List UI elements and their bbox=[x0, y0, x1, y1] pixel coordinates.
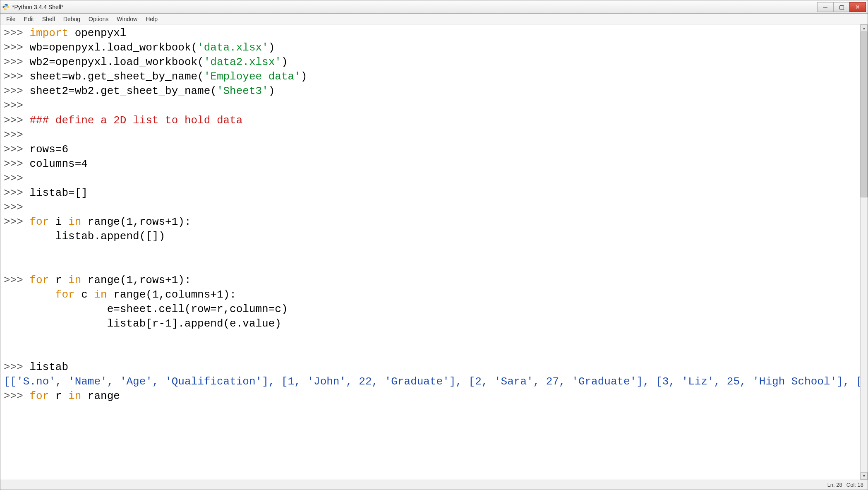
code-text: i bbox=[49, 216, 68, 228]
window-title: *Python 3.4.4 Shell* bbox=[12, 4, 818, 10]
prompt: >>> bbox=[4, 158, 23, 170]
code-text: openpyxl bbox=[68, 27, 126, 39]
code-text: columns=4 bbox=[23, 158, 88, 170]
code-text: wb=openpyxl.load_workbook( bbox=[23, 41, 197, 54]
kw-for: for bbox=[29, 216, 49, 228]
string-literal: 'data.xlsx' bbox=[197, 41, 269, 54]
statusbar: Ln: 28 Col: 18 bbox=[0, 480, 868, 490]
kw-for: for bbox=[55, 288, 75, 301]
code-text: listab bbox=[23, 361, 68, 373]
string-literal: 'Sheet3' bbox=[217, 85, 269, 97]
menu-options[interactable]: Options bbox=[84, 14, 113, 24]
menu-edit[interactable]: Edit bbox=[20, 14, 38, 24]
code-text: ) bbox=[301, 70, 307, 83]
code-text: c bbox=[75, 288, 94, 301]
code-text: ) bbox=[269, 85, 275, 97]
kw-in: in bbox=[94, 288, 107, 301]
vertical-scrollbar: ▲ ▼ bbox=[860, 24, 868, 480]
prompt: >>> bbox=[4, 390, 23, 402]
window-controls: ─ ▢ ✕ bbox=[818, 2, 866, 12]
close-button[interactable]: ✕ bbox=[849, 2, 866, 12]
scroll-up-button[interactable]: ▲ bbox=[861, 24, 868, 32]
kw-for: for bbox=[29, 274, 49, 286]
scroll-track[interactable] bbox=[861, 32, 868, 472]
code-text: range bbox=[81, 216, 120, 228]
menubar: File Edit Shell Debug Options Window Hel… bbox=[0, 14, 868, 24]
code-text: e=sheet.cell(row=r,column=c) bbox=[4, 303, 288, 315]
code-text: ) bbox=[269, 41, 275, 54]
output: [['S.no', 'Name', 'Age', 'Qualification'… bbox=[4, 375, 860, 388]
kw-in: in bbox=[68, 216, 81, 228]
code-text: r bbox=[49, 274, 68, 286]
prompt: >>> bbox=[4, 41, 23, 54]
code-text: range bbox=[81, 390, 120, 402]
menu-window[interactable]: Window bbox=[113, 14, 141, 24]
kw-in: in bbox=[68, 390, 81, 402]
comment: ### define a 2D list to hold data bbox=[23, 114, 243, 127]
python-icon bbox=[2, 3, 10, 11]
kw-in: in bbox=[68, 274, 81, 286]
string-literal: 'data2.xlsx' bbox=[204, 56, 281, 68]
menu-debug[interactable]: Debug bbox=[59, 14, 84, 24]
prompt: >>> bbox=[4, 187, 23, 199]
code-text bbox=[4, 288, 55, 301]
code-text: ) bbox=[281, 56, 288, 68]
status-col: Col: 18 bbox=[846, 482, 863, 488]
prompt: >>> bbox=[4, 85, 23, 97]
code-text: (1,rows+1): bbox=[120, 216, 191, 228]
code-text: listab.append([]) bbox=[4, 230, 165, 243]
kw-import: import bbox=[29, 27, 68, 39]
scroll-down-button[interactable]: ▼ bbox=[861, 472, 868, 480]
code-text: sheet2=wb2.get_sheet_by_name( bbox=[23, 85, 217, 97]
maximize-button[interactable]: ▢ bbox=[833, 2, 850, 12]
prompt: >>> bbox=[4, 129, 23, 141]
content-area: >>> import openpyxl >>> wb=openpyxl.load… bbox=[0, 24, 868, 480]
code-text: r bbox=[49, 390, 68, 402]
menu-file[interactable]: File bbox=[2, 14, 20, 24]
prompt: >>> bbox=[4, 361, 23, 373]
code-text: wb2=openpyxl.load_workbook( bbox=[23, 56, 204, 68]
code-text: listab[r-1].append(e.value) bbox=[4, 317, 281, 330]
string-literal: 'Employee data' bbox=[204, 70, 301, 83]
kw-for: for bbox=[29, 390, 49, 402]
prompt: >>> bbox=[4, 114, 23, 127]
prompt: >>> bbox=[4, 274, 23, 286]
status-line: Ln: 28 bbox=[827, 482, 842, 488]
code-text: range bbox=[107, 288, 146, 301]
prompt: >>> bbox=[4, 201, 23, 214]
app-window: *Python 3.4.4 Shell* ─ ▢ ✕ File Edit She… bbox=[0, 0, 868, 490]
prompt: >>> bbox=[4, 216, 23, 228]
code-text: sheet=wb.get_sheet_by_name( bbox=[23, 70, 204, 83]
menu-help[interactable]: Help bbox=[141, 14, 162, 24]
menu-shell[interactable]: Shell bbox=[38, 14, 59, 24]
scroll-thumb[interactable] bbox=[861, 32, 868, 197]
code-text: range bbox=[81, 274, 120, 286]
code-text: (1,columns+1): bbox=[146, 288, 236, 301]
prompt: >>> bbox=[4, 99, 23, 112]
titlebar: *Python 3.4.4 Shell* ─ ▢ ✕ bbox=[0, 0, 868, 14]
minimize-button[interactable]: ─ bbox=[817, 2, 834, 12]
code-text: listab=[] bbox=[23, 187, 88, 199]
prompt: >>> bbox=[4, 70, 23, 83]
code-text: (1,rows+1): bbox=[120, 274, 191, 286]
prompt: >>> bbox=[4, 56, 23, 68]
code-text: rows=6 bbox=[23, 143, 68, 156]
shell-editor[interactable]: >>> import openpyxl >>> wb=openpyxl.load… bbox=[0, 24, 860, 480]
prompt: >>> bbox=[4, 143, 23, 156]
prompt: >>> bbox=[4, 172, 23, 185]
prompt: >>> bbox=[4, 27, 23, 39]
